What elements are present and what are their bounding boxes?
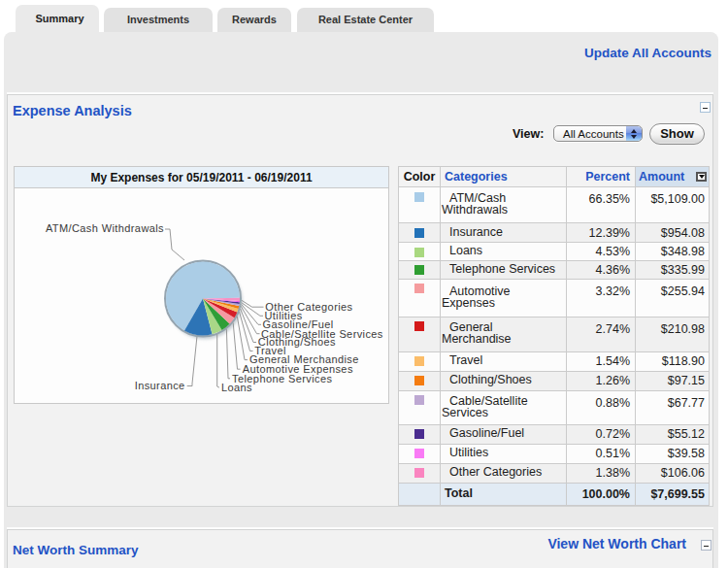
svg-text:ATM/Cash Withdrawals: ATM/Cash Withdrawals: [46, 222, 164, 234]
svg-text:Loans: Loans: [221, 382, 252, 393]
svg-text:Insurance: Insurance: [135, 380, 185, 391]
